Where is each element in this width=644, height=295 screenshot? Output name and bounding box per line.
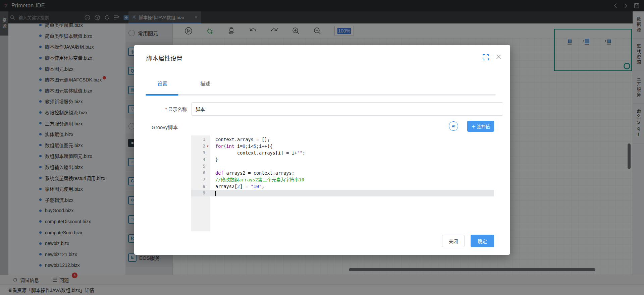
code-text: //修改数组arrays2第二个元素为字符串10 (210, 176, 304, 183)
dialog-title: 脚本属性设置 (146, 54, 182, 62)
code-text: } (210, 156, 218, 163)
close-button[interactable]: 关闭 (442, 235, 465, 247)
code-line[interactable]: 7//修改数组arrays2第二个元素为字符串10 (191, 176, 494, 183)
fold-gutter (205, 170, 210, 176)
close-icon[interactable] (496, 54, 501, 60)
select-value-button[interactable]: ＋ 选择值 (467, 121, 494, 132)
display-name-input[interactable] (191, 102, 503, 116)
tab-settings[interactable]: 设置 (146, 80, 178, 92)
fold-gutter (205, 183, 210, 190)
line-number: 8 (191, 183, 205, 190)
app-window: Primeton-IDE AI (0, 0, 644, 295)
editor-lines: 1context.arrays = [];2▼for(int i=0;i<5;i… (191, 136, 494, 196)
ai-assist-icon[interactable]: AI (449, 121, 458, 131)
code-line[interactable]: 3 context.arrays[i] = i+""; (191, 150, 494, 156)
fold-gutter (205, 176, 210, 183)
line-number: 4 (191, 156, 205, 163)
dialog-footer: 关闭 确定 (442, 235, 494, 247)
ok-button[interactable]: 确定 (471, 235, 494, 247)
dialog-tabs: 设置 描述 (146, 80, 221, 92)
line-number: 7 (191, 176, 205, 183)
text-cursor (215, 191, 216, 196)
fold-gutter (205, 190, 210, 196)
code-line[interactable]: 6def arrays2 = context.arrays; (191, 170, 494, 176)
line-number: 3 (191, 150, 205, 156)
code-text (210, 190, 216, 196)
code-text (210, 163, 215, 170)
line-number: 1 (191, 136, 205, 143)
code-line[interactable]: 1context.arrays = []; (191, 136, 494, 143)
fold-gutter (205, 136, 210, 143)
code-text: context.arrays = []; (210, 136, 270, 143)
line-number: 5 (191, 163, 205, 170)
code-line[interactable]: 9 (191, 190, 494, 196)
tab-underline-track (146, 94, 496, 96)
line-number: 2 (191, 143, 205, 150)
tab-description[interactable]: 描述 (189, 80, 221, 92)
required-asterisk: * (165, 107, 167, 112)
line-number: 9 (191, 190, 205, 196)
code-text: def arrays2 = context.arrays; (210, 170, 294, 176)
code-line[interactable]: 2▼for(int i=0;i<5;i++){ (191, 143, 494, 150)
code-text: arrays2[2] = "10"; (210, 183, 264, 190)
code-text: for(int i=0;i<5;i++){ (210, 143, 273, 150)
code-line[interactable]: 5 (191, 163, 494, 170)
script-properties-dialog: 脚本属性设置 设置 描述 *显示名称 Groovy脚本 AI ＋ 选择值 1co… (134, 45, 510, 255)
groovy-code-editor[interactable]: 1context.arrays = [];2▼for(int i=0;i<5;i… (191, 135, 494, 231)
fold-gutter (205, 156, 210, 163)
display-name-label: *显示名称 (165, 106, 187, 112)
fold-gutter (205, 163, 210, 170)
fold-gutter (205, 150, 210, 156)
code-text: context.arrays[i] = i+""; (210, 150, 305, 156)
tab-underline-active (146, 94, 178, 96)
code-line[interactable]: 4} (191, 156, 494, 163)
fold-marker-icon[interactable]: ▼ (205, 143, 210, 150)
fullscreen-icon[interactable] (483, 54, 489, 60)
groovy-script-label: Groovy脚本 (152, 123, 178, 130)
code-line[interactable]: 8arrays2[2] = "10"; (191, 183, 494, 190)
line-number: 6 (191, 170, 205, 176)
